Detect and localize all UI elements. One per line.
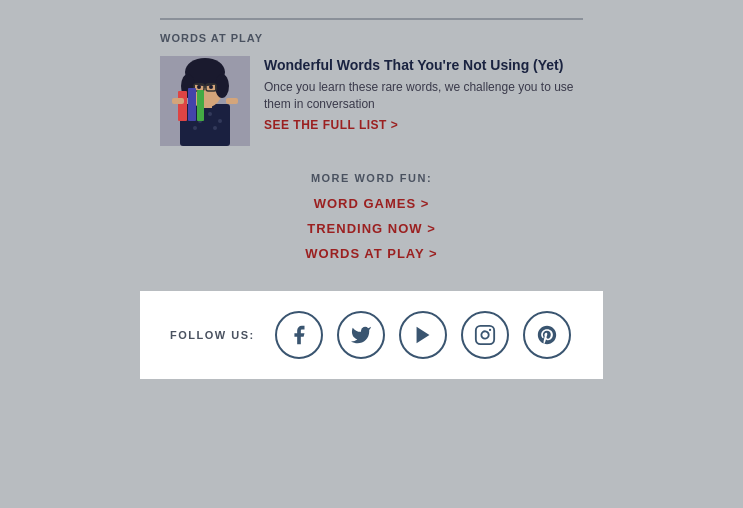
youtube-icon[interactable] bbox=[399, 311, 447, 359]
svg-point-5 bbox=[218, 119, 222, 123]
article-image bbox=[160, 56, 250, 146]
svg-rect-19 bbox=[188, 88, 196, 121]
svg-point-7 bbox=[213, 126, 217, 130]
article-image-svg bbox=[160, 56, 250, 146]
svg-marker-23 bbox=[416, 327, 429, 344]
see-full-list-link[interactable]: SEE THE FULL LIST > bbox=[264, 118, 583, 132]
twitter-icon[interactable] bbox=[337, 311, 385, 359]
svg-rect-24 bbox=[475, 326, 493, 344]
article-description: Once you learn these rare words, we chal… bbox=[264, 79, 583, 113]
words-at-play-link[interactable]: WORDS AT PLAY > bbox=[305, 246, 437, 261]
svg-point-6 bbox=[193, 126, 197, 130]
facebook-icon[interactable] bbox=[275, 311, 323, 359]
article-text: Wonderful Words That You're Not Using (Y… bbox=[264, 56, 583, 146]
word-games-link[interactable]: WORD GAMES > bbox=[314, 196, 430, 211]
svg-rect-22 bbox=[226, 98, 238, 104]
more-word-fun-section: MORE WORD FUN: WORD GAMES > TRENDING NOW… bbox=[160, 162, 583, 281]
svg-point-12 bbox=[215, 74, 229, 98]
article-title: Wonderful Words That You're Not Using (Y… bbox=[264, 56, 583, 74]
pinterest-icon[interactable] bbox=[523, 311, 571, 359]
svg-point-17 bbox=[209, 85, 213, 89]
top-divider bbox=[160, 18, 583, 20]
follow-us-label: FOLLOW US: bbox=[170, 329, 255, 341]
svg-rect-1 bbox=[180, 104, 230, 146]
content-area: WORDS AT PLAY bbox=[0, 0, 743, 281]
instagram-icon[interactable] bbox=[461, 311, 509, 359]
social-icons-row bbox=[275, 311, 571, 359]
svg-rect-21 bbox=[172, 98, 184, 104]
follow-bar: FOLLOW US: bbox=[140, 291, 603, 379]
section-label: WORDS AT PLAY bbox=[160, 32, 583, 44]
main-container: WORDS AT PLAY bbox=[0, 0, 743, 508]
svg-point-4 bbox=[208, 112, 212, 116]
svg-rect-18 bbox=[178, 91, 187, 121]
more-word-fun-label: MORE WORD FUN: bbox=[311, 172, 432, 184]
article-row: Wonderful Words That You're Not Using (Y… bbox=[160, 56, 583, 146]
svg-rect-20 bbox=[197, 90, 204, 121]
svg-point-16 bbox=[197, 85, 201, 89]
trending-now-link[interactable]: TRENDING NOW > bbox=[307, 221, 435, 236]
